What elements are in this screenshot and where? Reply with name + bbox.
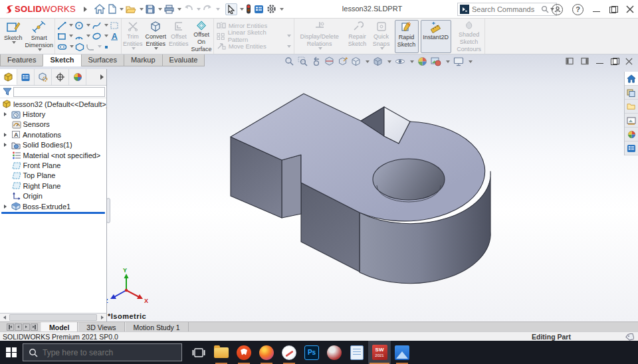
save-dropdown[interactable]: [158, 8, 162, 11]
task-scheduler-button[interactable]: [253, 3, 265, 15]
move-entities-caret[interactable]: [287, 45, 291, 48]
redo-button[interactable]: [202, 3, 213, 15]
select-dropdown[interactable]: [240, 8, 244, 11]
fillet-tool-dropdown[interactable]: [98, 45, 102, 48]
tree-filter-input[interactable]: [13, 87, 105, 97]
file-explorer-tab[interactable]: [625, 100, 638, 114]
paint-app[interactable]: [278, 341, 300, 364]
apply-scene-icon[interactable]: [431, 56, 441, 66]
spline-tool-dropdown[interactable]: [104, 24, 108, 27]
view-settings-icon[interactable]: [453, 56, 464, 66]
display-style-dropdown[interactable]: [387, 60, 391, 63]
display-delete-caret[interactable]: [318, 47, 322, 50]
filter-funnel-icon[interactable]: [3, 87, 12, 96]
pane-left-icon[interactable]: [566, 57, 574, 65]
select-tool-button[interactable]: [225, 3, 237, 15]
ellipse-tool-dropdown[interactable]: [104, 35, 108, 37]
slot-tool-icon[interactable]: [57, 43, 67, 51]
circle-tool-icon[interactable]: [74, 21, 84, 30]
options-gear-button[interactable]: [266, 3, 277, 15]
offset-entities-button[interactable]: Offset Entities: [167, 20, 190, 53]
linear-sketch-pattern-button[interactable]: Linear Sketch Pattern: [217, 32, 291, 41]
display-style-icon[interactable]: [373, 56, 383, 66]
file-explorer-app[interactable]: [210, 341, 233, 364]
panel-flyout-arrow[interactable]: [97, 69, 106, 85]
help-icon[interactable]: ?: [572, 4, 584, 15]
login-icon[interactable]: [552, 4, 563, 15]
new-dropdown[interactable]: [120, 8, 124, 11]
photos-app[interactable]: [391, 341, 413, 364]
dynamic-annotation-views-icon[interactable]: [338, 56, 348, 66]
command-search-input[interactable]: [472, 5, 541, 13]
doc-restore-button[interactable]: [611, 58, 618, 65]
expand-arrow-icon[interactable]: [4, 133, 7, 137]
tree-item-front-plane[interactable]: Front Plane: [0, 160, 106, 170]
command-search[interactable]: [457, 3, 557, 16]
options-dropdown[interactable]: [280, 8, 284, 11]
media-app[interactable]: [323, 341, 346, 364]
rectangle-tool-dropdown[interactable]: [69, 35, 73, 37]
open-button[interactable]: [125, 3, 137, 15]
pane-right-icon[interactable]: [581, 57, 589, 65]
tree-item-top-plane[interactable]: Top Plane: [0, 171, 106, 181]
expand-arrow-icon[interactable]: [4, 143, 7, 147]
polygon-tool-icon[interactable]: [75, 43, 84, 51]
shaded-sketch-contours-button[interactable]: Shaded Sketch Contours: [454, 20, 484, 53]
zoom-to-area-icon[interactable]: [298, 56, 308, 66]
quick-snaps-caret[interactable]: [380, 47, 384, 50]
sketch-caret[interactable]: [12, 41, 16, 44]
tab-sketch[interactable]: Sketch: [43, 54, 81, 66]
hide-show-items-dropdown[interactable]: [410, 60, 414, 63]
smart-dimension-button[interactable]: Smart Dimension: [24, 20, 55, 53]
custom-properties-tab[interactable]: [625, 141, 638, 155]
rectangle-tool-icon[interactable]: [57, 32, 66, 41]
minimize-button[interactable]: [593, 6, 600, 13]
first-tab-button[interactable]: [7, 323, 14, 331]
rollback-bar[interactable]: [1, 212, 105, 214]
undo-dropdown[interactable]: [197, 8, 201, 11]
3d-views-tab[interactable]: 3D Views: [78, 322, 124, 331]
tree-item-material[interactable]: Material <not specified>: [0, 150, 106, 160]
configurationmanager-tab[interactable]: [35, 69, 52, 85]
tree-item-right-plane[interactable]: Right Plane: [0, 181, 106, 191]
line-tool-dropdown[interactable]: [69, 24, 73, 27]
doc-minimize-button[interactable]: [596, 58, 603, 65]
smart-dimension-caret[interactable]: [38, 48, 42, 51]
arc-tool-dropdown[interactable]: [86, 35, 90, 37]
boss-extrude-model[interactable]: [231, 94, 490, 284]
view-settings-dropdown[interactable]: [469, 60, 473, 63]
taskbar-search-input[interactable]: [43, 348, 176, 357]
dimxpertmanager-tab[interactable]: [52, 69, 69, 85]
xpress-products-icon[interactable]: [245, 3, 252, 15]
tab-evaluate[interactable]: Evaluate: [162, 54, 205, 66]
next-tab-button[interactable]: [23, 323, 30, 331]
quick-snaps-button[interactable]: Quick Snaps: [370, 20, 393, 53]
instant2d-button[interactable]: Instant2D: [421, 20, 451, 53]
scroll-left-arrow[interactable]: [0, 314, 9, 321]
close-button[interactable]: [626, 5, 634, 13]
brave-app[interactable]: [233, 341, 255, 364]
doc-close-button[interactable]: [625, 58, 633, 65]
tree-item-solid-bodies[interactable]: Solid Bodies(1): [0, 140, 106, 150]
fillet-tool-icon[interactable]: [86, 43, 95, 51]
print-button[interactable]: [163, 3, 175, 15]
tree-item-annotations[interactable]: A Annotations: [0, 130, 106, 139]
previous-view-icon[interactable]: [311, 56, 321, 66]
tree-item-history[interactable]: History: [0, 109, 106, 119]
save-button[interactable]: [145, 3, 156, 15]
home-button[interactable]: [94, 3, 106, 15]
circle-tool-dropdown[interactable]: [86, 24, 90, 27]
linear-pattern-caret[interactable]: [287, 35, 291, 37]
tree-item-origin[interactable]: Origin: [0, 191, 106, 201]
ellipse-tool-icon[interactable]: [92, 32, 102, 41]
edit-appearance-icon[interactable]: [417, 56, 427, 66]
tab-markup[interactable]: Markup: [124, 54, 163, 66]
last-tab-button[interactable]: [31, 323, 38, 331]
tab-features[interactable]: Features: [0, 54, 43, 66]
trim-entities-button[interactable]: Trim Entities: [122, 20, 144, 53]
featuremanager-tree-tab[interactable]: [0, 69, 17, 85]
open-dropdown[interactable]: [140, 8, 144, 11]
convert-entities-button[interactable]: Convert Entities: [144, 20, 168, 53]
sketch-picture-tool-icon[interactable]: [110, 21, 119, 30]
scrollbar-thumb[interactable]: [9, 314, 97, 321]
